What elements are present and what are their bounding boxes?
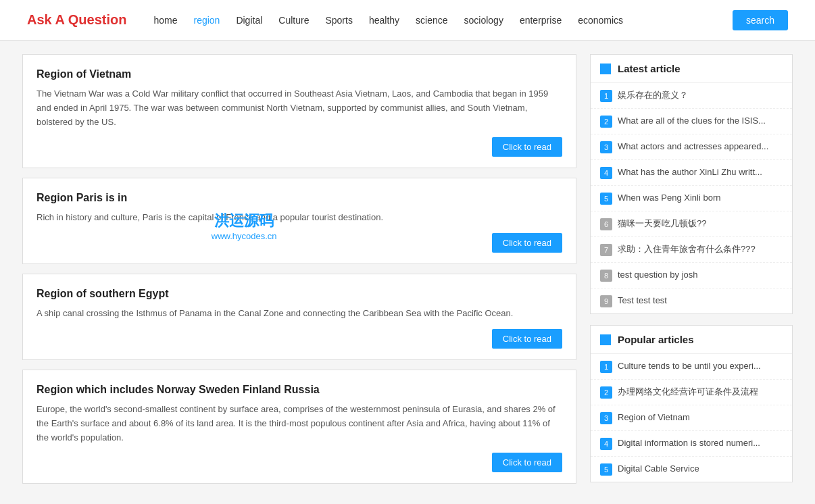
item-num: 2 (600, 116, 612, 128)
main-container: Region of Vietnam The Vietnam War was a … (9, 54, 806, 493)
nav-enterprise[interactable]: enterprise (520, 15, 562, 26)
item-text: 办理网络文化经营许可证条件及流程 (618, 386, 758, 398)
popular-icon (600, 334, 611, 345)
article-egypt-read-btn[interactable]: Click to read (492, 329, 562, 349)
item-text: What has the author XinLi Zhu writt... (618, 166, 762, 178)
popular-list: 1 Culture tends to be until you experi..… (591, 354, 792, 482)
list-item[interactable]: 3 Region of Vietnam (591, 405, 792, 431)
item-num: 8 (600, 270, 612, 282)
article-norway-read-btn[interactable]: Click to read (492, 453, 562, 472)
item-num: 7 (600, 244, 612, 256)
article-vietnam-read-btn[interactable]: Click to read (492, 137, 562, 157)
item-text: Culture tends to be until you experi... (618, 360, 761, 372)
item-text: What actors and actresses appeared... (618, 141, 768, 153)
popular-section: Popular articles 1 Culture tends to be u… (590, 325, 793, 482)
popular-header: Popular articles (591, 326, 792, 354)
item-text: Digital Cable Service (618, 463, 699, 475)
list-item[interactable]: 2 办理网络文化经营许可证条件及流程 (591, 380, 792, 405)
list-item[interactable]: 4 Digital information is stored numeri..… (591, 431, 792, 457)
article-norway-body: Europe, the world's second-smallest cont… (36, 403, 562, 445)
article-paris: Region Paris is in Rich in history and c… (22, 178, 576, 264)
header: Ask A Question home region Digital Cultu… (0, 0, 815, 41)
latest-list: 1 娱乐存在的意义？ 2 What are all of the clues f… (591, 83, 792, 313)
article-vietnam-title: Region of Vietnam (36, 68, 562, 80)
article-norway: Region which includes Norway Sweden Finl… (22, 370, 576, 484)
article-norway-title: Region which includes Norway Sweden Finl… (36, 384, 562, 396)
watermark-url: www.hycodes.cn (212, 230, 277, 241)
logo: Ask A Question (27, 12, 126, 28)
list-item[interactable]: 7 求助：入住青年旅舍有什么条件??? (591, 237, 792, 263)
item-num: 1 (600, 361, 612, 373)
item-text: Test test test (618, 295, 667, 307)
nav-economics[interactable]: economics (578, 15, 623, 26)
list-item[interactable]: 8 test question by josh (591, 263, 792, 288)
list-item[interactable]: 9 Test test test (591, 288, 792, 313)
item-num: 5 (600, 463, 612, 476)
item-text: 猫咪一天要吃几顿饭?? (618, 218, 706, 230)
item-text: When was Peng Xinli born (618, 192, 720, 204)
list-item[interactable]: 3 What actors and actresses appeared... (591, 134, 792, 160)
nav-home[interactable]: home (153, 15, 177, 26)
article-paris-read-btn[interactable]: Click to read (492, 233, 562, 253)
latest-icon (600, 64, 611, 74)
item-text: What are all of the clues for the ISIS..… (618, 115, 766, 127)
latest-section: Latest article 1 娱乐存在的意义？ 2 What are all… (590, 54, 793, 314)
item-text: Digital information is stored numeri... (618, 437, 760, 449)
item-text: 娱乐存在的意义？ (618, 89, 688, 101)
content-area: Region of Vietnam The Vietnam War was a … (22, 54, 576, 493)
nav-healthy[interactable]: healthy (369, 15, 399, 26)
popular-title: Popular articles (618, 334, 694, 345)
article-vietnam: Region of Vietnam The Vietnam War was a … (22, 54, 576, 168)
latest-header: Latest article (591, 55, 792, 83)
article-paris-title: Region Paris is in (36, 192, 562, 204)
item-num: 9 (600, 295, 612, 307)
sidebar: Latest article 1 娱乐存在的意义？ 2 What are all… (590, 54, 793, 493)
list-item[interactable]: 5 Digital Cable Service (591, 457, 792, 482)
article-egypt: Region of southern Egypt A ship canal cr… (22, 274, 576, 360)
nav-region[interactable]: region (193, 15, 220, 26)
item-num: 3 (600, 141, 612, 153)
item-num: 6 (600, 218, 612, 230)
item-text: Region of Vietnam (618, 411, 690, 424)
list-item[interactable]: 1 娱乐存在的意义？ (591, 83, 792, 109)
search-button[interactable]: search (733, 10, 788, 30)
list-item[interactable]: 5 When was Peng Xinli born (591, 186, 792, 211)
item-num: 4 (600, 438, 612, 450)
nav-science[interactable]: science (416, 15, 447, 26)
list-item[interactable]: 4 What has the author XinLi Zhu writt... (591, 160, 792, 186)
latest-title: Latest article (618, 63, 681, 74)
item-num: 5 (600, 193, 612, 205)
nav-sports[interactable]: Sports (325, 15, 352, 26)
article-vietnam-body: The Vietnam War was a Cold War military … (36, 87, 562, 129)
item-num: 3 (600, 412, 612, 424)
article-egypt-body: A ship canal crossing the Isthmus of Pan… (36, 307, 562, 321)
article-egypt-title: Region of southern Egypt (36, 288, 562, 300)
item-num: 4 (600, 167, 612, 179)
nav: home region Digital Culture Sports healt… (153, 10, 788, 30)
article-paris-body: Rich in history and culture, Paris is th… (36, 211, 562, 225)
nav-digital[interactable]: Digital (236, 15, 262, 26)
item-text: test question by josh (618, 269, 698, 281)
list-item[interactable]: 6 猫咪一天要吃几顿饭?? (591, 211, 792, 237)
nav-culture[interactable]: Culture (278, 15, 309, 26)
item-num: 2 (600, 386, 612, 399)
nav-sociology[interactable]: sociology (464, 15, 503, 26)
item-text: 求助：入住青年旅舍有什么条件??? (618, 243, 756, 255)
item-num: 1 (600, 90, 612, 102)
list-item[interactable]: 2 What are all of the clues for the ISIS… (591, 109, 792, 134)
list-item[interactable]: 1 Culture tends to be until you experi..… (591, 354, 792, 380)
